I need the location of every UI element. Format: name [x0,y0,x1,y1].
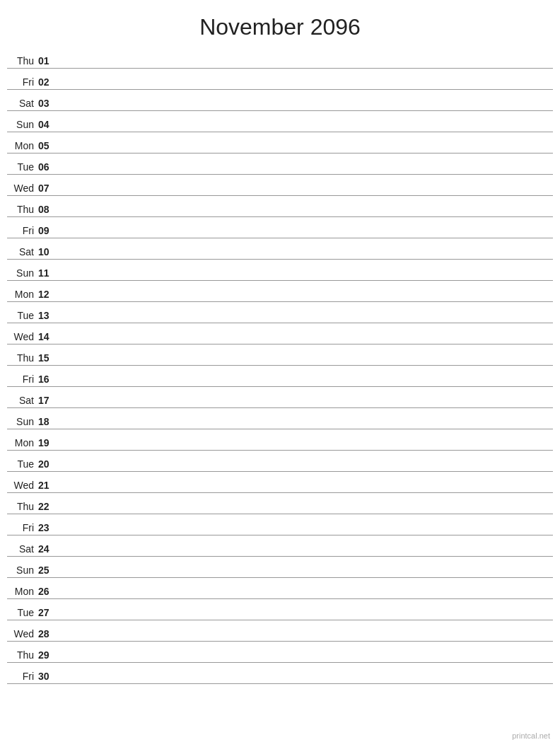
day-row: Thu01 [7,47,553,69]
day-line [57,172,553,173]
day-line [57,151,553,151]
day-name: Thu [7,352,37,364]
day-number: 15 [37,352,57,364]
day-name: Mon [7,586,37,597]
day-row: Sat03 [7,90,553,111]
day-number: 01 [37,55,57,66]
day-row: Tue20 [7,451,553,472]
day-row: Wed28 [7,620,553,642]
day-line [57,129,553,130]
watermark: printcal.net [512,731,550,740]
day-row: Sun18 [7,408,553,429]
day-line [57,87,553,88]
day-number: 19 [37,437,57,448]
day-line [57,257,553,257]
day-number: 14 [37,331,57,342]
day-number: 03 [37,98,57,109]
day-name: Mon [7,140,37,151]
day-number: 27 [37,607,57,618]
day-name: Sun [7,564,37,576]
day-row: Thu29 [7,642,553,663]
day-name: Thu [7,649,37,661]
day-number: 09 [37,225,57,236]
day-line [57,554,553,555]
day-row: Mon19 [7,429,553,451]
day-line [57,533,553,533]
day-number: 16 [37,374,57,385]
day-name: Sun [7,119,37,130]
day-number: 04 [37,119,57,130]
day-name: Sun [7,416,37,427]
day-line [57,427,553,427]
day-number: 28 [37,628,57,639]
day-name: Mon [7,437,37,448]
day-row: Thu08 [7,196,553,217]
day-number: 02 [37,76,57,88]
day-number: 20 [37,458,57,470]
day-number: 17 [37,395,57,406]
day-row: Tue27 [7,599,553,620]
day-line [57,618,553,618]
day-line [57,469,553,470]
day-line [57,108,553,109]
day-name: Tue [7,161,37,173]
day-row: Wed07 [7,175,553,196]
day-row: Fri16 [7,366,553,387]
day-line [57,320,553,321]
day-number: 25 [37,564,57,576]
day-name: Wed [7,183,37,194]
day-row: Thu15 [7,344,553,366]
day-number: 29 [37,649,57,661]
day-line [57,278,553,279]
day-number: 10 [37,246,57,257]
day-row: Wed14 [7,323,553,344]
day-row: Fri09 [7,217,553,238]
day-number: 22 [37,501,57,512]
day-name: Mon [7,289,37,300]
day-name: Tue [7,458,37,470]
day-line [57,448,553,448]
day-name: Wed [7,480,37,491]
day-row: Sat10 [7,238,553,260]
day-number: 05 [37,140,57,151]
day-number: 11 [37,267,57,279]
day-line [57,405,553,406]
day-line [57,384,553,385]
day-row: Thu22 [7,493,553,514]
day-row: Mon05 [7,132,553,154]
day-number: 26 [37,586,57,597]
day-row: Wed21 [7,472,553,493]
day-name: Sat [7,543,37,555]
day-row: Fri23 [7,514,553,535]
day-row: Fri30 [7,663,553,684]
day-line [57,490,553,491]
day-number: 06 [37,161,57,173]
day-line [57,66,553,66]
day-row: Sun04 [7,111,553,132]
day-name: Sun [7,267,37,279]
day-number: 18 [37,416,57,427]
day-name: Fri [7,522,37,533]
day-name: Thu [7,55,37,66]
day-name: Fri [7,671,37,682]
day-number: 23 [37,522,57,533]
day-row: Fri02 [7,69,553,90]
day-name: Wed [7,628,37,639]
day-line [57,575,553,576]
day-number: 24 [37,543,57,555]
day-name: Sat [7,98,37,109]
day-line [57,342,553,342]
day-line [57,363,553,364]
day-line [57,511,553,512]
day-number: 30 [37,671,57,682]
day-line [57,193,553,194]
day-number: 12 [37,289,57,300]
day-name: Tue [7,607,37,618]
day-name: Sat [7,395,37,406]
day-row: Sat17 [7,387,553,408]
day-name: Fri [7,76,37,88]
day-name: Fri [7,374,37,385]
day-line [57,681,553,682]
day-row: Sun25 [7,557,553,578]
day-row: Sat24 [7,535,553,557]
